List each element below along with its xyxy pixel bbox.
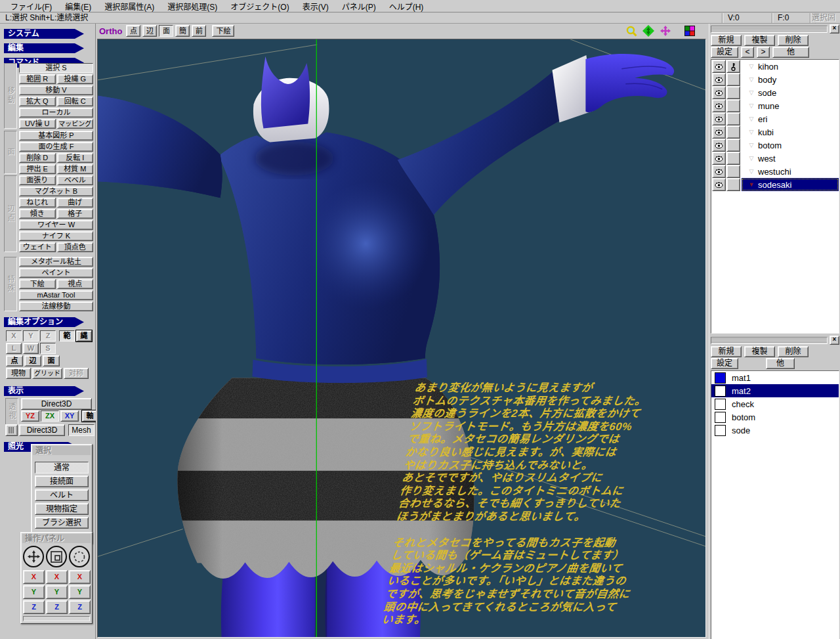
menu-sel-proc[interactable]: 選択部処理(S) <box>161 0 224 13</box>
object-other-button[interactable]: 他 <box>772 47 809 58</box>
cmd-magnet[interactable]: マグネット B <box>19 187 93 196</box>
menu-panel[interactable]: パネル(P) <box>335 0 383 13</box>
visibility-eye-icon[interactable] <box>712 165 726 178</box>
toggle-symmetry[interactable]: 対称 <box>64 368 89 379</box>
expand-triangle-icon[interactable] <box>747 129 756 135</box>
select-connected-button[interactable]: 接続面 <box>35 475 89 487</box>
header-edit-options[interactable]: 編集オプション <box>4 317 84 327</box>
object-row[interactable]: sode <box>711 86 839 99</box>
material-row[interactable]: check <box>711 397 839 410</box>
display-tab-perspective[interactable]: 透視 <box>5 398 18 426</box>
zoom-icon[interactable] <box>626 26 637 37</box>
cmd-bevel[interactable]: ベベル <box>57 175 94 185</box>
cmd-rotate[interactable]: 回転 C <box>57 97 94 106</box>
material-duplicate-button[interactable]: 複製 <box>744 346 775 357</box>
expand-triangle-icon[interactable] <box>747 168 756 175</box>
cmd-material[interactable]: 材質 M <box>57 164 94 174</box>
scale-tool-button[interactable] <box>46 546 67 567</box>
plane-zx-button[interactable]: ZX <box>41 410 59 422</box>
cmd-invert[interactable]: 反転 I <box>57 153 94 163</box>
lock-slot[interactable] <box>726 125 740 139</box>
cmd-select[interactable]: 選択 S <box>19 63 93 73</box>
expand-triangle-icon[interactable] <box>747 89 756 96</box>
operation-panel-slider-track[interactable] <box>23 616 90 621</box>
select-by-object-button[interactable]: 現物指定 <box>35 503 89 515</box>
header-edit[interactable]: 編集 <box>4 43 84 53</box>
material-row[interactable]: sode <box>711 424 839 437</box>
cmd-primitive[interactable]: 基本図形 P <box>19 131 93 141</box>
vp-front-toggle[interactable]: 前 <box>192 25 206 37</box>
object-row[interactable]: mune <box>711 99 839 112</box>
object-new-button[interactable]: 新規 <box>711 35 742 46</box>
cmd-weight[interactable]: ウェイト <box>19 242 56 252</box>
op-scale-x[interactable]: X <box>46 570 68 584</box>
object-row[interactable]: body <box>711 73 839 86</box>
material-settings-button[interactable]: 設定 <box>711 358 738 369</box>
rotate-view-icon[interactable] <box>660 25 671 37</box>
cmd-paint[interactable]: ペイント <box>19 268 93 278</box>
pan-icon[interactable] <box>642 25 654 37</box>
object-prev-button[interactable]: < <box>741 47 754 58</box>
operation-panel-title[interactable]: 操作パネル <box>22 534 91 543</box>
op-move-x[interactable]: X <box>23 570 45 584</box>
menu-help[interactable]: ヘルプ(H) <box>383 0 430 13</box>
lock-slot[interactable] <box>726 139 740 152</box>
expand-triangle-icon[interactable] <box>747 63 756 70</box>
material-row-selected[interactable]: mat2 <box>711 384 839 397</box>
expand-triangle-icon[interactable] <box>747 181 756 188</box>
lock-slot[interactable] <box>726 112 740 125</box>
cmd-extrude[interactable]: 押出 E <box>19 164 56 174</box>
toggle-edge[interactable]: 辺 <box>24 355 41 366</box>
material-row[interactable]: mat1 <box>711 371 839 384</box>
lock-slot[interactable] <box>726 178 740 191</box>
object-row-selected[interactable]: sodesaki <box>711 178 839 191</box>
object-row[interactable]: botom <box>711 139 839 152</box>
lock-slot[interactable] <box>726 152 740 165</box>
vp-simple-toggle[interactable]: 簡 <box>175 25 190 37</box>
material-panel-close-icon[interactable] <box>830 336 839 345</box>
visibility-eye-icon[interactable] <box>712 112 726 125</box>
cmd-delete[interactable]: 削除 D <box>19 153 56 163</box>
visibility-eye-icon[interactable] <box>712 125 726 139</box>
plane-xy-button[interactable]: XY <box>60 410 79 422</box>
select-brush-button[interactable]: ブラシ選択 <box>35 517 89 529</box>
object-row[interactable]: west <box>711 152 839 165</box>
visibility-eye-icon[interactable] <box>712 152 726 165</box>
header-display[interactable]: 表示 <box>4 386 84 396</box>
cmd-wire[interactable]: ワイヤー W <box>19 220 93 230</box>
cmd-viewpoint[interactable]: 視点 <box>57 279 94 289</box>
toggle-lasso[interactable]: 縄 <box>76 330 92 342</box>
toggle-w[interactable]: W <box>23 343 39 354</box>
selection-lock-toggle[interactable]: 選択固定 <box>810 13 840 23</box>
visibility-eye-icon[interactable] <box>712 73 726 86</box>
op-rotate-x[interactable]: X <box>69 570 91 584</box>
cmd-tilt[interactable]: 傾き <box>19 209 56 219</box>
projection-mode-label[interactable]: Ortho <box>99 26 122 36</box>
toggle-s[interactable]: S <box>40 343 56 354</box>
op-rotate-y[interactable]: Y <box>69 585 91 599</box>
move-tool-button[interactable] <box>23 546 44 567</box>
toggle-x[interactable]: X <box>6 330 22 342</box>
object-panel-grip[interactable] <box>711 26 828 33</box>
menu-sel-attr[interactable]: 選択部属性(A) <box>98 0 161 13</box>
toggle-l[interactable]: L <box>6 343 22 354</box>
visibility-eye-icon[interactable] <box>712 99 726 112</box>
object-panel-close-icon[interactable] <box>830 24 839 33</box>
cmd-twist[interactable]: ねじれ <box>19 198 56 208</box>
cmd-range[interactable]: 範囲 R <box>19 74 56 84</box>
cmd-uv[interactable]: UV操 U <box>19 119 56 129</box>
menu-edit[interactable]: 編集(E) <box>58 0 98 13</box>
cmd-lattice[interactable]: 格子 <box>57 209 94 219</box>
select-normal-button[interactable]: 通常 <box>35 462 89 474</box>
expand-triangle-icon[interactable] <box>747 155 756 162</box>
op-move-y[interactable]: Y <box>23 585 45 599</box>
cmd-normal-move[interactable]: 法線移動 <box>19 301 93 311</box>
toggle-z[interactable]: Z <box>40 330 56 342</box>
object-settings-button[interactable]: 設定 <box>711 47 738 58</box>
op-scale-z[interactable]: Z <box>46 600 68 614</box>
expand-triangle-icon[interactable] <box>747 102 756 109</box>
lock-icon[interactable] <box>726 60 740 73</box>
display-direct3d-bottom[interactable]: Direct3D <box>19 424 65 436</box>
viewport-canvas[interactable]: あまり変化が無いように見えますが ボトムのテクスチャ本番用を作ってみました。 濃… <box>97 39 706 638</box>
material-new-button[interactable]: 新規 <box>711 346 742 357</box>
